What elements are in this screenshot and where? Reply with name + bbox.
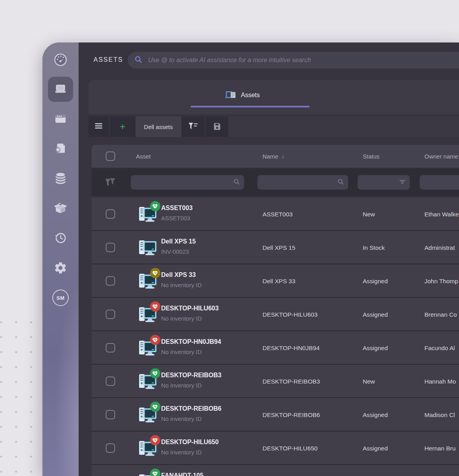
- global-search: [128, 52, 459, 68]
- health-badge: [150, 368, 160, 378]
- tab-assets[interactable]: Assets: [224, 87, 260, 104]
- select-all-checkbox[interactable]: [106, 145, 115, 168]
- row-checkbox[interactable]: [106, 243, 115, 252]
- name-filter-input[interactable]: [257, 175, 348, 190]
- sidebar-item-history[interactable]: [48, 225, 73, 251]
- row-checkbox[interactable]: [106, 443, 115, 453]
- table-row[interactable]: ASSET003ASSET003 ASSET003 New Ethan Walk…: [92, 197, 459, 231]
- owner-filter-input[interactable]: [420, 175, 459, 190]
- table-row[interactable]: FANAHDT-105: [92, 465, 459, 476]
- avatar-initials: SM: [57, 295, 65, 301]
- hamburger-icon: [94, 121, 103, 132]
- cell-name: ASSET003: [263, 197, 293, 231]
- table-row[interactable]: DESKTOP-REIBOB3No inventory ID DESKTOP-R…: [92, 365, 459, 398]
- column-header-status[interactable]: Status: [363, 145, 380, 168]
- menu-button[interactable]: [88, 116, 109, 137]
- search-icon: [134, 55, 143, 65]
- cell-name: Dell XPS 15: [263, 231, 296, 264]
- row-checkbox[interactable]: [106, 310, 115, 319]
- asset-inventory-id: No inventory ID: [161, 448, 218, 456]
- desktop-computer-icon: [138, 439, 157, 457]
- cell-name: DESKTOP-REIBOB6: [263, 398, 320, 432]
- sidebar-item-settings[interactable]: [48, 255, 73, 280]
- desktop-computer-icon: [138, 205, 157, 223]
- cell-owner: John Thomp: [424, 264, 458, 298]
- column-label: Name: [263, 153, 278, 160]
- search-input[interactable]: [143, 52, 459, 68]
- asset-title: DESKTOP-HILU650: [161, 438, 218, 446]
- cell-status: Assigned: [363, 432, 388, 465]
- asset-title: DESKTOP-REIBOB6: [161, 404, 222, 413]
- sidebar: SM: [42, 42, 79, 476]
- row-checkbox[interactable]: [106, 209, 115, 219]
- asset-title: DESKTOP-HILU603: [161, 304, 218, 313]
- save-view-button[interactable]: [206, 116, 228, 137]
- asset-inventory-id: No inventory ID: [161, 381, 222, 389]
- table-row[interactable]: DESKTOP-HILU603No inventory ID DESKTOP-H…: [92, 298, 459, 331]
- column-header-asset[interactable]: Asset: [136, 145, 151, 168]
- table-row[interactable]: Dell XPS 15INV-00023 Dell XPS 15 In Stoc…: [92, 231, 459, 264]
- app-window: SM ASSETS Assets + Dell assets: [42, 42, 459, 476]
- search-icon: [337, 178, 344, 187]
- desktop-computer-icon: [138, 406, 157, 424]
- sidebar-item-assets[interactable]: [48, 77, 73, 102]
- filter-button[interactable]: [182, 116, 205, 137]
- column-label: Status: [363, 153, 380, 160]
- cell-owner: Hannah Mo: [424, 365, 456, 398]
- assets-table: Asset Name ↓ Status Owner name: [92, 145, 459, 476]
- tab-assets-label: Assets: [241, 92, 260, 99]
- sidebar-item-licenses[interactable]: [48, 136, 73, 161]
- sidebar-avatar[interactable]: SM: [48, 285, 73, 310]
- view-tab-dell-assets[interactable]: Dell assets: [136, 116, 181, 137]
- asset-title: FANAHDT-105: [161, 471, 204, 476]
- cell-name: DESKTOP-REIBOB3: [263, 365, 320, 398]
- column-header-owner[interactable]: Owner name: [424, 145, 458, 168]
- health-badge: [150, 402, 160, 412]
- search-icon: [233, 178, 240, 187]
- sidebar-item-software[interactable]: [48, 106, 73, 131]
- cell-name: DESKTOP-HILU650: [263, 432, 318, 465]
- add-view-button[interactable]: +: [110, 116, 136, 137]
- row-checkbox[interactable]: [106, 410, 115, 419]
- box-icon: [53, 201, 68, 215]
- desktop-computer-icon: [138, 238, 157, 256]
- column-label: Asset: [136, 153, 151, 160]
- asset-filter-input[interactable]: [131, 175, 244, 190]
- row-checkbox[interactable]: [106, 276, 115, 286]
- column-header-name[interactable]: Name ↓: [263, 145, 285, 168]
- asset-inventory-id: No inventory ID: [161, 281, 202, 289]
- sidebar-item-dashboard[interactable]: [48, 47, 73, 72]
- asset-title: ASSET003: [161, 204, 193, 212]
- row-checkbox[interactable]: [106, 376, 115, 386]
- window-icon: [54, 113, 67, 124]
- column-filter-row: [92, 168, 459, 196]
- desktop-computer-icon: [138, 305, 157, 323]
- double-funnel-icon[interactable]: [105, 177, 116, 189]
- health-badge: [150, 435, 160, 445]
- status-filter-select[interactable]: [358, 175, 410, 190]
- sort-descending-icon[interactable]: ↓: [281, 153, 285, 160]
- cell-owner: Brennan Co: [424, 298, 457, 331]
- avatar: SM: [52, 290, 69, 306]
- page-title: ASSETS: [94, 56, 123, 63]
- table-row[interactable]: DESKTOP-HILU650No inventory ID DESKTOP-H…: [92, 432, 459, 465]
- sidebar-item-inventory[interactable]: [48, 196, 73, 221]
- asset-inventory-id: INV-00023: [161, 247, 196, 256]
- funnel-list-icon: [188, 122, 198, 132]
- table-row[interactable]: DESKTOP-REIBOB6No inventory ID DESKTOP-R…: [92, 398, 459, 432]
- table-row[interactable]: DESKTOP-HN0JB94No inventory ID DESKTOP-H…: [92, 331, 459, 365]
- asset-inventory-id: No inventory ID: [161, 348, 221, 356]
- health-badge: [150, 201, 160, 211]
- view-toolbar: + Dell assets: [88, 116, 459, 137]
- active-tab-indicator: [191, 106, 310, 107]
- table-row[interactable]: Dell XPS 33No inventory ID Dell XPS 33 A…: [92, 264, 459, 298]
- asset-inventory-id: No inventory ID: [161, 314, 218, 323]
- cell-status: New: [363, 365, 375, 398]
- certificate-icon: [54, 142, 67, 155]
- row-checkbox[interactable]: [106, 343, 115, 352]
- filter-lines-icon: [399, 178, 406, 187]
- cell-status: In Stock: [363, 231, 385, 264]
- health-badge: [150, 268, 160, 278]
- checkbox-icon: [106, 151, 115, 161]
- sidebar-item-data[interactable]: [48, 166, 73, 191]
